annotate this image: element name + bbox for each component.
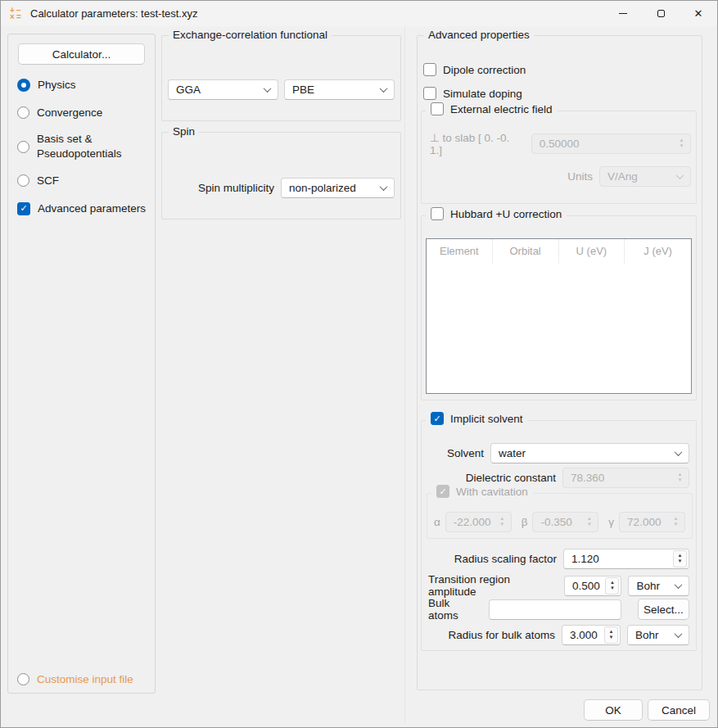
sidebar-item-label: SCF [37,174,59,188]
minimize-button[interactable] [604,1,642,26]
spinner-arrows-icon: ▲▼ [669,513,683,531]
transition-region-amplitude-spinbox[interactable]: 0.500 ▲▼ [564,576,621,596]
advanced-properties-title: Advanced properties [424,29,534,41]
dielectric-constant-label: Dielectric constant [466,472,556,484]
sidebar-item-label: Advanced parameters [38,201,146,216]
icon-equals: = [16,14,22,20]
spinner-arrows-icon: ▲▼ [605,577,619,595]
hubbard-col-j: J (eV) [625,239,691,264]
external-electric-field-group: External electric field ⊥ to slab [ 0. -… [421,111,697,204]
spinner-arrows-icon: ▲▼ [673,469,687,486]
chevron-down-icon [380,84,388,93]
spinner-arrows-icon: ▲▼ [673,550,687,567]
checkbox-with-cavitation: ✓ [436,485,449,498]
hubbard-correction-group: Hubbard +U correction Element Orbital U … [421,215,697,400]
titlebar: + − × = Calculator parameters: test-test… [1,1,717,26]
chevron-down-icon [380,183,388,191]
spinner-arrows-icon: ▲▼ [495,513,509,531]
chevron-down-icon [675,448,683,456]
advanced-properties-group: Advanced properties Dipole correction Si… [417,35,702,690]
xc-functional-dropdown[interactable]: PBE [284,79,395,100]
radio-basis-set[interactable] [17,141,29,153]
spinner-arrows-icon: ▲▼ [582,513,596,531]
alpha-label: α [434,516,440,528]
dipole-correction-row[interactable]: Dipole correction [423,61,526,79]
cancel-button[interactable]: Cancel [648,699,710,721]
spin-multiplicity-dropdown[interactable]: non-polarized [281,178,395,198]
hubbard-col-u: U (eV) [559,239,625,264]
window-title: Calculator parameters: test-test.xyz [30,7,197,20]
column-divider [404,26,405,724]
xc-functional-group-title: Exchange-correlation functional [169,29,332,41]
hubbard-col-element: Element [427,239,493,264]
select-atoms-button[interactable]: Select... [638,599,689,620]
chevron-down-icon [264,84,272,93]
radius-scaling-factor-value: 1.120 [571,553,599,565]
transition-region-amplitude-label: Transition region amplitude [428,573,558,598]
checkbox-hubbard-correction[interactable] [431,207,444,220]
solvent-dropdown[interactable]: water [490,443,689,463]
transition-unit-dropdown[interactable]: Bohr [628,576,689,596]
radius-scaling-factor-spinbox[interactable]: 1.120 ▲▼ [563,549,689,569]
checkbox-implicit-solvent[interactable]: ✓ [431,412,444,425]
gamma-label: γ [608,516,614,528]
simulate-doping-row[interactable]: Simulate doping [423,84,522,102]
xc-family-dropdown[interactable]: GGA [168,79,278,100]
radio-scf[interactable] [17,174,29,187]
efield-units-value: V/Ang [607,170,638,183]
hubbard-table[interactable]: Element Orbital U (eV) J (eV) [426,238,692,394]
external-electric-field-title: External electric field [450,103,553,115]
solvent-label: Solvent [447,447,484,459]
spin-multiplicity-label: Spin multiplicity [198,182,274,194]
maximize-icon [657,10,665,17]
efield-value-spinbox: 0.50000 ▲▼ [531,133,691,154]
spinner-arrows-icon: ▲▼ [604,626,618,644]
dielectric-constant-spinbox: 78.360 ▲▼ [562,468,689,488]
close-button[interactable]: ✕ [680,1,717,26]
implicit-solvent-group: ✓ Implicit solvent Solvent water Dielect… [421,420,697,651]
checkbox-dipole-correction[interactable] [423,63,436,76]
sidebar-item-scf[interactable]: SCF [17,172,151,189]
sidebar-item-convergence[interactable]: Convergence [17,104,151,121]
transition-region-amplitude-value: 0.500 [572,580,600,592]
hubbard-col-orbital: Orbital [493,239,559,264]
sidebar-panel: Calculator... Physics Convergence Basis … [7,34,156,694]
icon-times: × [9,14,16,20]
maximize-button[interactable] [642,1,680,26]
gamma-spinbox: 72.000 ▲▼ [619,512,685,532]
bulk-atoms-input[interactable] [489,599,621,620]
radius-scaling-factor-label: Radius scaling factor [454,553,557,565]
xc-functional-value: PBE [292,84,314,96]
with-cavitation-title: With cavitation [456,486,528,498]
sidebar-item-label: Convergence [37,106,102,120]
gamma-value: 72.000 [627,516,661,528]
calculator-app-icon: + − × = [9,7,23,20]
spin-group: Spin Spin multiplicity non-polarized [161,132,401,219]
bulk-atoms-label: Bulk atoms [428,597,482,622]
checkbox-external-electric-field[interactable] [431,102,444,115]
sidebar-item-basis-set[interactable]: Basis set & Pseudopotentials [17,132,151,161]
dipole-correction-label: Dipole correction [443,64,526,76]
checkbox-advanced-parameters[interactable]: ✓ [17,202,30,215]
radio-physics[interactable] [17,79,30,92]
bulk-radius-unit-dropdown[interactable]: Bohr [627,625,689,645]
with-cavitation-group: ✓ With cavitation α -22.000 ▲▼ β -0.350 … [427,493,693,539]
sidebar-item-customise-input-file[interactable]: Customise input file [17,673,133,685]
radius-for-bulk-atoms-value: 3.000 [570,629,598,641]
dielectric-constant-value: 78.360 [571,472,604,484]
implicit-solvent-title: Implicit solvent [450,413,523,425]
efield-value: 0.50000 [540,138,580,150]
beta-spinbox: -0.350 ▲▼ [532,512,598,532]
calculator-button[interactable]: Calculator... [18,43,145,65]
radio-customise-input-file[interactable] [17,673,29,685]
window-controls: ✕ [604,1,717,26]
sidebar-item-physics[interactable]: Physics [17,76,151,93]
sidebar-item-advanced-parameters[interactable]: ✓ Advanced parameters [17,200,151,217]
ok-button[interactable]: OK [584,699,643,721]
checkbox-simulate-doping[interactable] [423,87,436,100]
spin-group-title: Spin [169,125,199,138]
calculator-parameters-dialog: + − × = Calculator parameters: test-test… [0,0,718,728]
xc-family-value: GGA [176,84,201,96]
radius-for-bulk-atoms-spinbox[interactable]: 3.000 ▲▼ [562,625,621,645]
radio-convergence[interactable] [17,106,29,119]
